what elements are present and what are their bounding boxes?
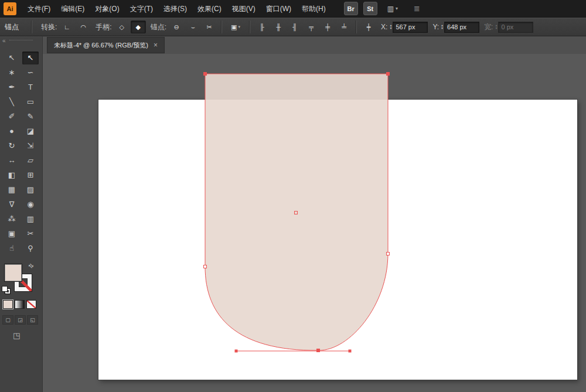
default-colors-icon[interactable]: [2, 286, 11, 294]
app-logo: Ai: [4, 2, 16, 15]
menu-item[interactable]: 文字(T): [125, 0, 158, 18]
menu-item[interactable]: 窗口(W): [261, 0, 297, 18]
align-bottom-button[interactable]: ╧: [336, 21, 352, 33]
pen-tool[interactable]: ✒: [4, 81, 20, 94]
document-tab-title: 未标题-4* @ 66.67% (RGB/预览): [54, 41, 148, 50]
distribute-button[interactable]: ┿: [361, 21, 376, 33]
isolate-button[interactable]: ▣ ▾: [226, 21, 245, 33]
draw-behind-button[interactable]: ◲: [15, 315, 26, 325]
fill-swatch[interactable]: [4, 264, 22, 282]
paintbrush-tool[interactable]: ✐: [4, 110, 20, 123]
align-right-button[interactable]: ╢: [287, 21, 302, 33]
align-horizontal-center-button[interactable]: ╫: [271, 21, 286, 33]
blob-brush-tool[interactable]: ●: [4, 125, 20, 138]
gradient-tool[interactable]: ▨: [22, 183, 39, 196]
symbol-sprayer-tool[interactable]: ⁂: [4, 213, 20, 226]
anchor-point[interactable]: [317, 349, 320, 352]
shape-builder-tool[interactable]: ◧: [4, 169, 20, 182]
convert-to-smooth-button[interactable]: ◠: [76, 21, 91, 33]
hand-tool[interactable]: ☝: [4, 242, 20, 255]
menu-item[interactable]: 选择(S): [158, 0, 192, 18]
document-tab[interactable]: 未标题-4* @ 66.67% (RGB/预览) ×: [47, 37, 165, 53]
separator: [221, 21, 222, 33]
swap-colors-icon[interactable]: ⇄: [27, 262, 35, 270]
close-icon[interactable]: ×: [154, 42, 158, 49]
chevron-down-icon: ▾: [396, 6, 398, 11]
direct-selection-tool[interactable]: ↖: [22, 52, 39, 64]
selection-tool[interactable]: ↖: [4, 52, 20, 64]
anchor-point[interactable]: [387, 253, 390, 255]
zoom-tool[interactable]: ⚲: [22, 242, 39, 255]
bezier-handle-point[interactable]: [349, 350, 351, 352]
bezier-handle-point[interactable]: [235, 350, 237, 352]
cut-path-button[interactable]: ✂: [202, 21, 217, 33]
menu-item[interactable]: 帮助(H): [297, 0, 331, 18]
x-stepper[interactable]: ▴ ▾: [390, 24, 391, 30]
width-tool[interactable]: ↔: [4, 154, 20, 167]
panel-collapse-icon[interactable]: «: [2, 38, 6, 45]
bridge-button[interactable]: Br: [344, 2, 358, 15]
menu-bar: Ai 文件(F)编辑(E)对象(O)文字(T)选择(S)效果(C)视图(V)窗口…: [0, 0, 586, 18]
draw-inside-button[interactable]: ◱: [27, 315, 38, 325]
handle-buttons: ◇◆: [114, 21, 146, 33]
eyedropper-tool[interactable]: ∇: [4, 198, 20, 211]
mesh-tool[interactable]: ▦: [4, 183, 20, 196]
width-input: [498, 22, 533, 33]
line-segment-tool[interactable]: ╲: [4, 96, 20, 108]
screen-mode-button[interactable]: ◳: [13, 331, 25, 340]
gradient-button[interactable]: [15, 300, 25, 309]
control-bar: 锚点 转换: ∟◠ 手柄: ◇◆ 锚点: ⊖⌣✂ ▣ ▾ ╟╫╢╤╪╧ ┿ X:…: [0, 18, 586, 36]
menu-item[interactable]: 文件(F): [22, 0, 56, 18]
anchor-point[interactable]: [204, 265, 207, 268]
separator: [356, 21, 357, 33]
slice-tool[interactable]: ✂: [22, 227, 39, 240]
menu-item[interactable]: 对象(O): [90, 0, 124, 18]
none-button[interactable]: [26, 300, 36, 309]
blend-tool[interactable]: ◉: [22, 198, 39, 211]
panel-grip[interactable]: [9, 40, 33, 42]
tool-grid: ↖↖∗∽✒T╲▭✐✎●◪↻⇲↔▱◧⊞▦▨∇◉⁂▥▣✂☝⚲: [0, 50, 42, 255]
type-tool[interactable]: T: [22, 81, 39, 94]
scale-tool[interactable]: ⇲: [22, 139, 39, 152]
artboard-tool[interactable]: ▣: [4, 227, 20, 240]
stock-button[interactable]: St: [363, 2, 377, 15]
menu-item[interactable]: 效果(C): [192, 0, 227, 18]
color-button[interactable]: [3, 300, 13, 309]
draw-normal-button[interactable]: ▢: [2, 315, 13, 325]
canvas-area[interactable]: [43, 54, 586, 392]
y-stepper[interactable]: ▴ ▾: [441, 24, 443, 30]
workspace-switcher[interactable]: ▥ ▾: [387, 5, 398, 13]
menu-items: 文件(F)编辑(E)对象(O)文字(T)选择(S)效果(C)视图(V)窗口(W)…: [22, 0, 331, 17]
menu-item[interactable]: 编辑(E): [56, 0, 90, 18]
stepper-down-icon[interactable]: ▾: [390, 27, 391, 30]
rotate-tool[interactable]: ↻: [4, 139, 20, 152]
connect-endpoints-button[interactable]: ⌣: [185, 21, 200, 33]
anchor-point[interactable]: [204, 73, 207, 76]
y-input[interactable]: [444, 22, 479, 33]
anchor-point[interactable]: [387, 73, 390, 76]
eraser-tool[interactable]: ◪: [22, 125, 39, 138]
perspective-grid-tool[interactable]: ⊞: [22, 169, 39, 182]
app-bar-extra-icon[interactable]: ≣: [414, 4, 420, 13]
align-left-button[interactable]: ╟: [254, 21, 270, 33]
lasso-tool[interactable]: ∽: [22, 66, 39, 79]
x-input[interactable]: [393, 22, 428, 33]
hide-handles-button[interactable]: ◇: [114, 21, 130, 33]
column-graph-tool[interactable]: ▥: [22, 213, 39, 226]
isolate-icon: ▣: [231, 23, 237, 31]
align-top-button[interactable]: ╤: [304, 21, 319, 33]
remove-anchor-button[interactable]: ⊖: [169, 21, 184, 33]
drawn-shape[interactable]: [205, 74, 388, 350]
free-transform-tool[interactable]: ▱: [22, 154, 39, 167]
tools-panel: « ↖↖∗∽✒T╲▭✐✎●◪↻⇲↔▱◧⊞▦▨∇◉⁂▥▣✂☝⚲ ⇄ ▢◲◱ ◳: [0, 36, 43, 392]
convert-label: 转换:: [41, 22, 57, 32]
rectangle-tool[interactable]: ▭: [22, 96, 39, 108]
show-handles-button[interactable]: ◆: [131, 21, 146, 33]
magic-wand-tool[interactable]: ∗: [4, 66, 20, 79]
convert-to-corner-button[interactable]: ∟: [59, 21, 74, 33]
menu-item[interactable]: 视图(V): [227, 0, 261, 18]
pencil-tool[interactable]: ✎: [22, 110, 39, 123]
separator: [249, 21, 250, 33]
align-vertical-middle-button[interactable]: ╪: [320, 21, 335, 33]
stepper-down-icon[interactable]: ▾: [441, 27, 443, 30]
